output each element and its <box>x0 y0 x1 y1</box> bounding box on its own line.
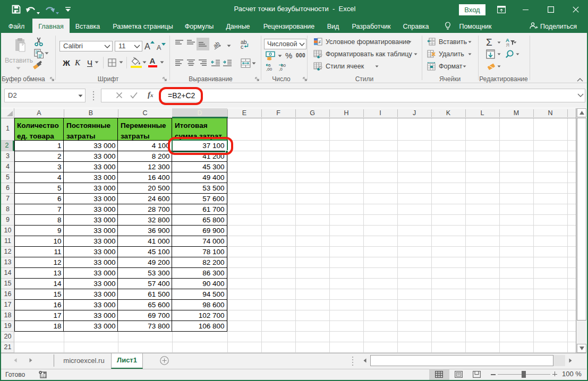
svg-text:,00: ,00 <box>266 67 272 71</box>
svg-text:,0: ,0 <box>279 67 283 71</box>
svg-text:≠: ≠ <box>319 39 321 45</box>
svg-text:c: c <box>241 44 243 49</box>
svg-text:Я: Я <box>506 42 510 47</box>
svg-text:ab: ab <box>212 40 220 49</box>
